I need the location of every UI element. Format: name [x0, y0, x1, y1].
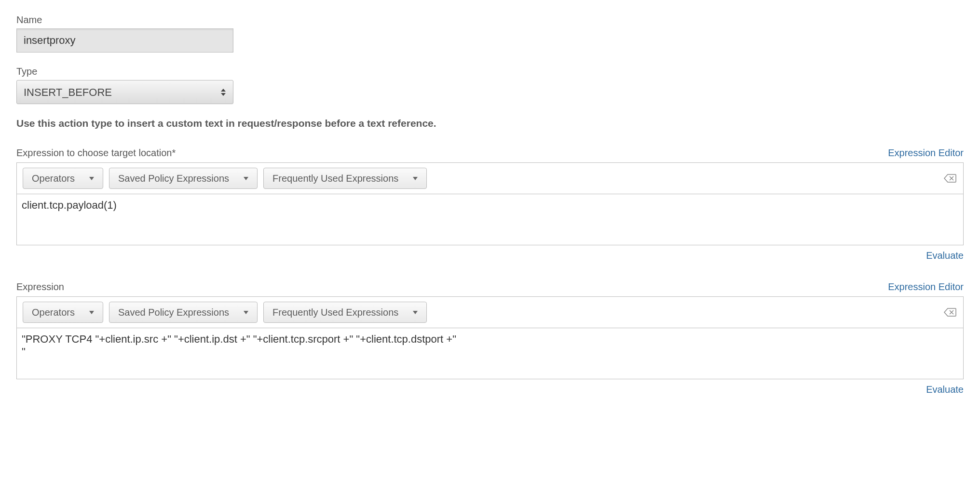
evaluate-link-2[interactable]: Evaluate [926, 384, 964, 395]
chevron-down-icon [413, 177, 418, 180]
clear-icon[interactable] [944, 174, 956, 183]
expression-input[interactable] [17, 328, 963, 376]
expression-editor-link-2[interactable]: Expression Editor [888, 281, 964, 293]
chevron-down-icon [413, 311, 418, 314]
name-label: Name [16, 14, 964, 26]
operators-label: Operators [32, 173, 75, 184]
chevron-down-icon [89, 177, 94, 180]
saved-expressions-dropdown-2[interactable]: Saved Policy Expressions [109, 302, 258, 323]
operators-dropdown-2[interactable]: Operators [23, 302, 103, 323]
type-label: Type [16, 66, 964, 77]
expression-label: Expression [16, 281, 64, 293]
expression-section: Expression Expression Editor Operators S… [16, 281, 964, 395]
saved-label: Saved Policy Expressions [118, 307, 229, 318]
clear-icon[interactable] [944, 308, 956, 317]
target-expression-label: Expression to choose target location* [16, 147, 176, 159]
operators-label: Operators [32, 307, 75, 318]
target-expression-input[interactable] [17, 194, 963, 242]
freq-label: Frequently Used Expressions [272, 307, 398, 318]
saved-expressions-dropdown-1[interactable]: Saved Policy Expressions [109, 168, 258, 189]
frequent-expressions-dropdown-1[interactable]: Frequently Used Expressions [263, 168, 427, 189]
saved-label: Saved Policy Expressions [118, 173, 229, 184]
chevron-down-icon [244, 311, 248, 314]
type-select[interactable]: INSERT_BEFORE [16, 80, 233, 104]
expression-editor-link-1[interactable]: Expression Editor [888, 147, 964, 159]
target-expression-section: Expression to choose target location* Ex… [16, 147, 964, 261]
operators-dropdown-1[interactable]: Operators [23, 168, 103, 189]
chevron-down-icon [89, 311, 94, 314]
frequent-expressions-dropdown-2[interactable]: Frequently Used Expressions [263, 302, 427, 323]
evaluate-link-1[interactable]: Evaluate [926, 250, 964, 261]
chevron-down-icon [244, 177, 248, 180]
name-input[interactable] [16, 28, 233, 53]
type-help-text: Use this action type to insert a custom … [16, 118, 964, 129]
freq-label: Frequently Used Expressions [272, 173, 398, 184]
